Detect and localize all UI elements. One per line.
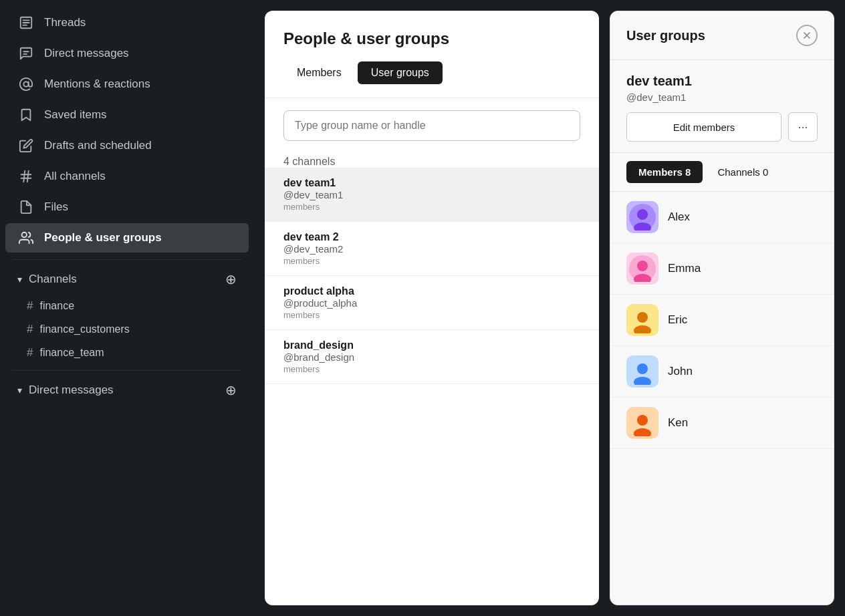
group-handle-product-alpha: @product_alpha: [283, 297, 580, 309]
channels-section[interactable]: ▾ Channels ⊕: [5, 265, 249, 293]
close-button[interactable]: [796, 25, 818, 46]
add-channel-icon[interactable]: ⊕: [225, 271, 237, 287]
group-handle-devteam2: @dev_team2: [283, 243, 580, 255]
group-name-devteam2: dev team 2: [283, 231, 580, 243]
members-tab-button[interactable]: Members 8: [626, 161, 703, 183]
hash-icon-team: #: [27, 346, 33, 359]
svg-point-25: [637, 415, 648, 426]
member-item-john[interactable]: John: [610, 346, 834, 398]
group-item-product-alpha[interactable]: product alpha @product_alpha members: [265, 276, 599, 330]
svg-point-22: [637, 363, 648, 374]
sidebar-item-mentions[interactable]: Mentions & reactions: [5, 69, 249, 99]
member-name-john: John: [668, 365, 693, 378]
group-name-devteam1: dev team1: [283, 177, 580, 189]
member-item-alex[interactable]: Alex: [610, 192, 834, 243]
all-channels-icon: [17, 168, 35, 185]
saved-icon: [17, 106, 35, 124]
ellipsis-icon: ···: [798, 120, 808, 134]
sidebar-item-threads-label: Threads: [44, 16, 86, 29]
member-name-eric: Eric: [668, 313, 687, 327]
drafts-icon: [17, 137, 35, 154]
tab-user-groups[interactable]: User groups: [358, 61, 443, 84]
avatar-emma: [626, 253, 658, 285]
group-meta-brand-design: members: [283, 364, 580, 374]
sidebar-divider-2: [12, 370, 242, 371]
threads-icon: [17, 14, 35, 31]
count-number: 4: [283, 156, 289, 167]
group-item-devteam2[interactable]: dev team 2 @dev_team2 members: [265, 222, 599, 276]
sidebar-item-files[interactable]: Files: [5, 192, 249, 222]
member-name-alex: Alex: [668, 210, 690, 224]
group-meta-devteam1: members: [283, 202, 580, 212]
search-input[interactable]: [283, 110, 580, 141]
sidebar-item-people-label: People & user groups: [44, 231, 162, 245]
group-handle-brand-design: @brand_design: [283, 351, 580, 363]
tab-row: Members User groups: [283, 61, 580, 84]
count-sublabel: channels: [292, 156, 335, 167]
sidebar-item-threads[interactable]: Threads: [5, 8, 249, 37]
avatar-ken: [626, 407, 658, 439]
avatar-alex: [626, 201, 658, 233]
channel-finance-team[interactable]: # finance_team: [5, 341, 249, 364]
group-info: dev team1 @dev_team1 Edit members ···: [610, 60, 834, 153]
group-actions: Edit members ···: [626, 112, 818, 142]
group-name-product-alpha: product alpha: [283, 285, 580, 297]
add-dm-icon[interactable]: ⊕: [225, 382, 237, 398]
sidebar-item-people[interactable]: People & user groups: [5, 223, 249, 253]
sidebar-item-mentions-label: Mentions & reactions: [44, 78, 150, 91]
channel-finance-label: finance: [39, 300, 74, 312]
channels-tab-button[interactable]: Channels 0: [705, 161, 780, 183]
right-panel-tabs: Members 8 Channels 0: [610, 153, 834, 192]
channel-finance[interactable]: # finance: [5, 295, 249, 317]
svg-line-7: [23, 171, 25, 182]
groups-list: 4 channels dev team1 @dev_team1 members …: [265, 153, 599, 605]
hash-icon-finance: #: [27, 299, 33, 313]
group-handle-devteam1: @dev_team1: [283, 189, 580, 200]
sidebar-item-drafts-label: Drafts and scheduled: [44, 139, 152, 152]
member-item-eric[interactable]: Eric: [610, 295, 834, 346]
tab-members[interactable]: Members: [283, 61, 355, 84]
sidebar-item-all-channels[interactable]: All channels: [5, 162, 249, 191]
avatar-eric: [626, 304, 658, 336]
modal: People & user groups Members User groups…: [265, 11, 599, 605]
channels-section-label: Channels: [29, 273, 77, 286]
main-content: People & user groups Members User groups…: [254, 0, 845, 616]
modal-title: People & user groups: [283, 29, 580, 48]
sidebar-item-direct-messages[interactable]: Direct messages: [5, 39, 249, 68]
channel-team-label: finance_team: [39, 347, 104, 359]
more-options-button[interactable]: ···: [788, 112, 818, 142]
right-panel-title: User groups: [626, 28, 705, 43]
search-box: [265, 98, 599, 153]
group-item-devteam1[interactable]: dev team1 @dev_team1 members: [265, 168, 599, 222]
channels-chevron-icon: ▾: [17, 274, 22, 285]
sidebar-item-files-label: Files: [44, 200, 68, 214]
edit-members-button[interactable]: Edit members: [626, 112, 781, 142]
member-item-ken[interactable]: Ken: [610, 398, 834, 449]
files-icon: [17, 198, 35, 216]
svg-point-13: [637, 209, 648, 220]
modal-header: People & user groups Members User groups: [265, 11, 599, 98]
sidebar-item-drafts[interactable]: Drafts and scheduled: [5, 131, 249, 160]
mentions-icon: [17, 75, 35, 93]
sidebar-item-saved[interactable]: Saved items: [5, 100, 249, 130]
right-panel: User groups dev team1 @dev_team1 Edit me…: [610, 11, 834, 605]
sidebar-item-all-channels-label: All channels: [44, 170, 106, 183]
member-item-emma[interactable]: Emma: [610, 243, 834, 295]
channel-finance-customers[interactable]: # finance_customers: [5, 318, 249, 341]
hash-icon-customers: #: [27, 323, 33, 336]
sidebar-item-dm-label: Direct messages: [44, 47, 129, 60]
dm-section[interactable]: ▾ Direct messages ⊕: [5, 376, 249, 404]
sidebar: Threads Direct messages Mentions & react…: [0, 0, 254, 616]
group-meta-devteam2: members: [283, 256, 580, 266]
member-name-ken: Ken: [668, 416, 688, 430]
group-item-brand-design[interactable]: brand_design @brand_design members: [265, 330, 599, 384]
channel-customers-label: finance_customers: [39, 323, 129, 335]
svg-point-19: [637, 312, 648, 323]
count-display: 4 channels: [265, 153, 599, 168]
right-panel-header: User groups: [610, 11, 834, 60]
member-name-emma: Emma: [668, 262, 701, 275]
dm-icon: [17, 45, 35, 62]
sidebar-item-saved-label: Saved items: [44, 108, 107, 122]
group-name-brand-design: brand_design: [283, 339, 580, 351]
svg-point-9: [22, 233, 27, 237]
